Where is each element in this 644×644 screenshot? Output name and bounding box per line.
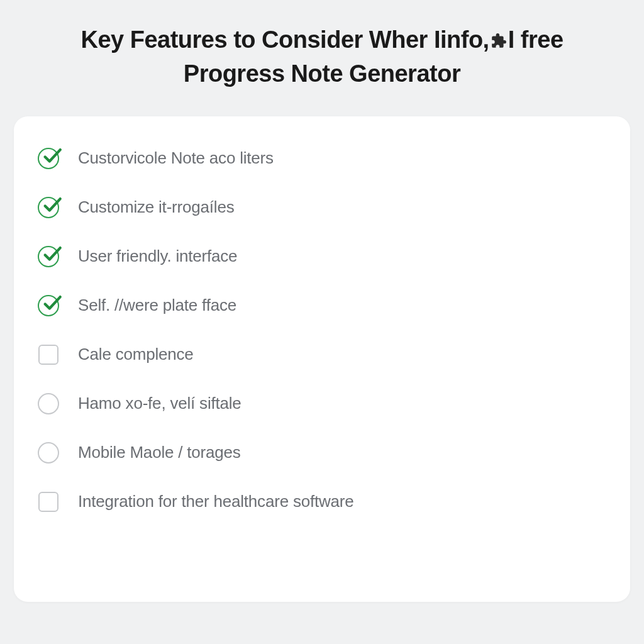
title-line-2: Progress Note Generator [184,60,460,87]
item-label: User friendly. interface [78,247,237,266]
list-item: Customize it-rrogaíles [34,183,610,232]
list-item: Mobile Maole / torages [34,428,610,477]
list-item: User friendly. interface [34,232,610,281]
check-icon[interactable] [36,245,60,269]
radio-empty-icon[interactable] [36,392,60,416]
list-item: Custorvicole Note aco liters [34,134,610,183]
check-icon[interactable] [36,147,60,170]
item-label: Mobile Maole / torages [78,443,241,462]
radio-empty-icon[interactable] [36,441,60,465]
checkbox-empty-icon[interactable] [36,343,60,367]
item-label: Custorvicole Note aco liters [78,148,274,168]
list-item: Hamo xo-fe, velí siftale [34,379,610,428]
title-line-1b: I free [508,26,564,53]
list-item: Cale complence [34,330,610,379]
item-label: Hamo xo-fe, velí siftale [78,394,242,413]
item-label: Cale complence [78,345,194,364]
item-label: Integration for ther healthcare software [78,492,354,511]
title-line-1a: Key Features to Consider Wher Iinfo, [80,26,489,53]
check-icon[interactable] [36,196,60,219]
features-card: Custorvicole Note aco liters Customize i… [14,116,630,602]
list-item: Self. //were plate fface [34,281,610,330]
check-icon[interactable] [36,294,60,318]
item-label: Customize it-rrogaíles [78,197,234,217]
page-title: Key Features to Consider Wher Iinfo,I fr… [0,0,644,108]
checkbox-empty-icon[interactable] [36,490,60,514]
list-item: Integration for ther healthcare software [34,477,610,526]
item-label: Self. //were plate fface [78,296,236,315]
puzzle-icon [491,25,507,57]
